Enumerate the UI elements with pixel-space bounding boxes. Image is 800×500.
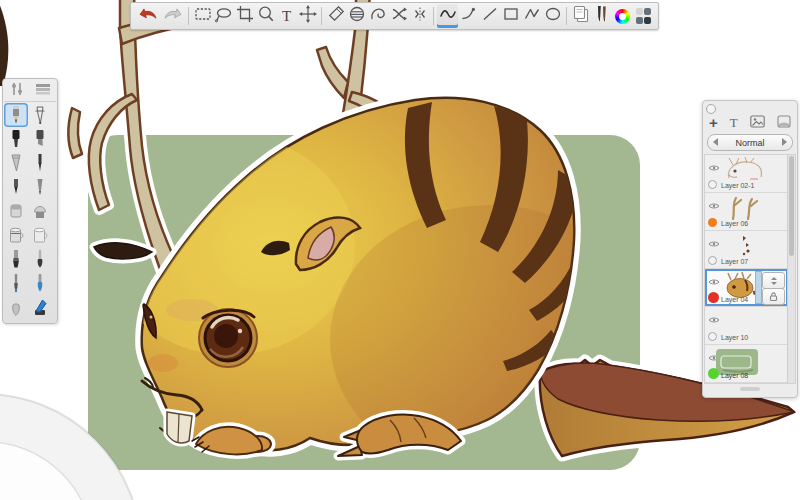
- layer-label: Layer 10: [721, 334, 748, 341]
- text-layer-button[interactable]: T: [730, 115, 738, 131]
- brush-cone-nib[interactable]: [4, 151, 28, 175]
- crop-icon: [235, 4, 255, 28]
- freehand-curve-button[interactable]: [437, 4, 458, 28]
- color-wheel-button[interactable]: [612, 4, 633, 28]
- blend-icon: [347, 4, 367, 28]
- mask-button[interactable]: [777, 114, 791, 132]
- brush-angled-blue-marker[interactable]: [28, 295, 52, 319]
- layer-lock-button[interactable]: [762, 288, 785, 305]
- text-tool-button[interactable]: T: [276, 4, 297, 28]
- add-layer-button[interactable]: +: [709, 117, 718, 129]
- marquee-icon: [193, 4, 213, 28]
- polyline-button[interactable]: [521, 4, 542, 28]
- layer-label: Layer 02-1: [721, 182, 754, 189]
- layer-row-02-1[interactable]: Layer 02-1: [705, 155, 788, 193]
- brush-flat[interactable]: [4, 247, 28, 271]
- layer-color-tag[interactable]: [708, 368, 719, 379]
- rectangle-icon: [501, 4, 521, 28]
- brush-dome[interactable]: [28, 199, 52, 223]
- swirl-button[interactable]: [367, 4, 388, 28]
- visibility-eye-icon[interactable]: [708, 310, 720, 328]
- undo-button[interactable]: [135, 4, 160, 28]
- toolbar-separator: [188, 7, 189, 25]
- toolbar-separator: [566, 7, 567, 25]
- mirror-split-button[interactable]: [409, 4, 430, 28]
- ellipse-icon: [543, 4, 563, 28]
- blend-button[interactable]: [346, 4, 367, 28]
- blend-prev-arrow[interactable]: [713, 138, 718, 146]
- redo-button[interactable]: [160, 4, 185, 28]
- redo-icon: [163, 4, 183, 28]
- main-toolbar: T: [130, 2, 659, 30]
- layer-reorder-spinner[interactable]: [762, 272, 785, 289]
- creature-illustration: [0, 0, 794, 475]
- brush-chisel-marker[interactable]: [28, 127, 52, 151]
- brush-marker[interactable]: [4, 127, 28, 151]
- brush-settings-icon[interactable]: [9, 82, 25, 100]
- rectangle-button[interactable]: [500, 4, 521, 28]
- swirl-icon: [368, 4, 388, 28]
- curve-button[interactable]: [458, 4, 479, 28]
- blend-mode-selector[interactable]: Normal: [707, 134, 793, 151]
- brush-soft[interactable]: [4, 295, 28, 319]
- layer-color-tag[interactable]: [708, 180, 717, 189]
- layers-panel: + T Normal Layer 02-1 Layer 06: [702, 100, 798, 398]
- layer-opacity-strip[interactable]: [755, 271, 762, 304]
- brush-water-cup[interactable]: [4, 223, 28, 247]
- layer-color-tag[interactable]: [708, 292, 719, 303]
- layer-row-04[interactable]: Layer 04: [705, 269, 788, 307]
- lasso-select-button[interactable]: [213, 4, 234, 28]
- brush-detail[interactable]: [4, 271, 28, 295]
- zoom-icon: [256, 4, 276, 28]
- panel-close-button[interactable]: [706, 104, 716, 114]
- eraser-icon: [326, 4, 346, 28]
- artwork-canvas[interactable]: [0, 0, 800, 500]
- mirror-split-icon: [410, 4, 430, 28]
- panel-resize-handle[interactable]: [740, 387, 760, 391]
- brush-ink-pen[interactable]: [4, 175, 28, 199]
- layer-color-tag[interactable]: [708, 332, 717, 341]
- brush-fineliner[interactable]: [28, 151, 52, 175]
- marquee-select-button[interactable]: [192, 4, 213, 28]
- toolbar-separator: [321, 7, 322, 25]
- brush-blue-tip[interactable]: [28, 271, 52, 295]
- layer-label: Layer 07: [721, 258, 748, 265]
- swatches-button[interactable]: [633, 4, 654, 28]
- clipboard-icon: [571, 4, 591, 28]
- brush-pencil[interactable]: [4, 103, 28, 127]
- layer-row-10[interactable]: Layer 10: [705, 307, 788, 345]
- pencil-pair-button[interactable]: [591, 4, 612, 28]
- brush-eraser-block[interactable]: [4, 199, 28, 223]
- brush-taper-pen[interactable]: [28, 175, 52, 199]
- swatches-icon: [636, 8, 652, 24]
- crop-button[interactable]: [234, 4, 255, 28]
- brush-technical-pen[interactable]: [28, 103, 52, 127]
- ellipse-button[interactable]: [542, 4, 563, 28]
- layer-row-07[interactable]: Layer 07: [705, 231, 788, 269]
- clipboard-button[interactable]: [570, 4, 591, 28]
- zoom-button[interactable]: [255, 4, 276, 28]
- layer-list: Layer 02-1 Layer 06 Layer 07 Layer 04: [704, 154, 796, 384]
- layers-scrollbar[interactable]: [787, 155, 795, 383]
- layer-color-tag[interactable]: [708, 256, 717, 265]
- move-button[interactable]: [297, 4, 318, 28]
- eraser-button[interactable]: [325, 4, 346, 28]
- move-icon: [298, 4, 318, 28]
- shuffle-cross-button[interactable]: [388, 4, 409, 28]
- layer-row-06[interactable]: Layer 06: [705, 193, 788, 231]
- blend-mode-value: Normal: [735, 138, 764, 148]
- line-button[interactable]: [479, 4, 500, 28]
- brush-stack-icon[interactable]: [35, 82, 51, 100]
- brush-water-cup-2[interactable]: [28, 223, 52, 247]
- image-layer-button[interactable]: [750, 114, 765, 132]
- line-icon: [480, 4, 500, 28]
- layers-scrollbar-thumb[interactable]: [789, 156, 794, 256]
- brush-round[interactable]: [28, 247, 52, 271]
- freehand-curve-icon: [438, 4, 458, 28]
- text-icon: T: [282, 8, 291, 25]
- brush-grid: [4, 103, 56, 319]
- blend-next-arrow[interactable]: [782, 138, 787, 146]
- layer-label: Layer 08: [721, 372, 748, 379]
- layer-row-08[interactable]: Layer 08: [705, 345, 788, 383]
- layer-color-tag[interactable]: [708, 218, 717, 227]
